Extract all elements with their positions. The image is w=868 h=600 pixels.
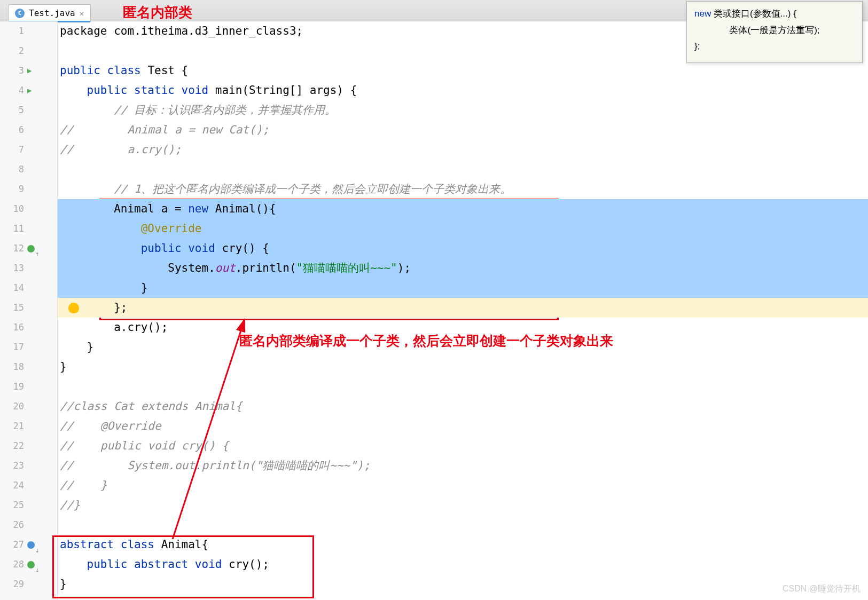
code-line[interactable]: }: [58, 574, 868, 594]
code-token: Animal a =: [60, 202, 188, 215]
code-line[interactable]: };: [58, 298, 868, 318]
gutter-line: 15: [0, 298, 57, 318]
code-line[interactable]: Animal a = new Animal(){: [58, 199, 868, 219]
code-line[interactable]: //class Cat extends Animal{: [58, 397, 868, 416]
code-token: com.itheima.d3_inner_class3;: [114, 25, 303, 37]
override-up-icon[interactable]: [27, 245, 35, 252]
code-line[interactable]: // 1、把这个匿名内部类编译成一个子类，然后会立即创建一个子类对象出来。: [58, 179, 868, 199]
code-token: abstract class: [60, 538, 161, 551]
code-line[interactable]: // }: [58, 476, 868, 495]
code-token: cry();: [229, 558, 269, 571]
code-line[interactable]: // Animal a = new Cat();: [58, 120, 868, 140]
gutter-line: 3▶: [0, 61, 57, 81]
run-icon[interactable]: ▶: [27, 81, 32, 100]
code-token: // @Override: [60, 420, 161, 432]
code-token: );: [397, 262, 411, 274]
code-token: // Animal a = new Cat();: [60, 123, 269, 136]
code-token: System.: [60, 262, 215, 274]
tooltip-line-3: };: [694, 38, 855, 55]
gutter-line: 4▶: [0, 81, 57, 100]
gutter-line: 21: [0, 416, 57, 436]
line-number: 10: [5, 199, 24, 219]
tooltip-line-1: new 类或接口(参数值...) {: [694, 6, 855, 22]
code-line[interactable]: //}: [58, 495, 868, 515]
line-number: 22: [5, 436, 24, 456]
code-line[interactable]: // a.cry();: [58, 140, 868, 160]
code-line[interactable]: [58, 515, 868, 535]
gutter-line: 1: [0, 21, 57, 41]
gutter-line: 22: [0, 436, 57, 456]
intention-bulb-icon[interactable]: [68, 303, 79, 313]
gutter-line: 28: [0, 555, 57, 574]
gutter-line: 6: [0, 120, 57, 140]
code-token: cry() {: [222, 242, 269, 255]
line-number: 23: [5, 456, 24, 476]
code-line[interactable]: @Override: [58, 219, 868, 239]
code-line[interactable]: }: [58, 357, 868, 377]
gutter-line: 7: [0, 140, 57, 160]
code-line[interactable]: }: [58, 278, 868, 298]
line-number: 11: [5, 219, 24, 239]
run-icon[interactable]: ▶: [27, 61, 32, 81]
code-line[interactable]: [58, 160, 868, 179]
code-area[interactable]: 匿名内部类编译成一个子类，然后会立即创建一个子类对象出来 package com…: [58, 21, 868, 600]
line-number: 1: [5, 21, 24, 41]
line-number: 28: [5, 555, 24, 574]
code-line[interactable]: public class Test {: [58, 61, 868, 81]
code-line[interactable]: public static void main(String[] args) {: [58, 81, 868, 100]
line-number: 6: [5, 120, 24, 140]
gutter-line: 26: [0, 515, 57, 535]
code-line[interactable]: abstract class Animal{: [58, 535, 868, 555]
line-number: 24: [5, 476, 24, 495]
editor-area: 123▶4▶5678910111213141516171819202122232…: [0, 21, 868, 600]
close-icon[interactable]: ✕: [80, 9, 84, 18]
code-token: package: [60, 25, 114, 37]
override-down-icon[interactable]: [27, 541, 35, 549]
code-line[interactable]: // @Override: [58, 416, 868, 436]
code-token: // a.cry();: [60, 143, 182, 156]
gutter-icons: [24, 561, 53, 569]
code-line[interactable]: System.out.println("猫喵喵喵的叫~~~");: [58, 258, 868, 278]
line-number: 14: [5, 278, 24, 298]
code-line[interactable]: public abstract void cry();: [58, 555, 868, 574]
code-line[interactable]: a.cry();: [58, 318, 868, 337]
line-number: 19: [5, 377, 24, 397]
code-token: [60, 183, 114, 195]
gutter-line: 13: [0, 258, 57, 278]
tab-filename: Test.java: [29, 8, 75, 18]
line-number: 17: [5, 337, 24, 357]
code-line[interactable]: public void cry() {: [58, 239, 868, 258]
line-number: 12: [5, 239, 24, 258]
gutter-line: 24: [0, 476, 57, 495]
gutter-line: 10: [0, 199, 57, 219]
code-token: // 1、把这个匿名内部类编译成一个子类，然后会立即创建一个子类对象出来。: [114, 183, 511, 195]
gutter-line: 16: [0, 318, 57, 337]
gutter-line: 27: [0, 535, 57, 555]
code-token: [60, 222, 141, 235]
gutter-line: 14: [0, 278, 57, 298]
code-line[interactable]: [58, 377, 868, 397]
line-number: 25: [5, 495, 24, 515]
line-number: 18: [5, 357, 24, 377]
code-token: [60, 84, 87, 97]
gutter-line: 23: [0, 456, 57, 476]
code-token: }: [60, 341, 93, 353]
gutter-line: 5: [0, 100, 57, 120]
code-line[interactable]: // public void cry() {: [58, 436, 868, 456]
code-token: // }: [60, 479, 107, 492]
implement-down-icon[interactable]: [27, 561, 35, 569]
line-number: 2: [5, 41, 24, 61]
code-line[interactable]: }: [58, 337, 868, 357]
line-number: 4: [5, 81, 24, 100]
code-token: //class Cat extends Animal{: [60, 400, 242, 413]
file-tab[interactable]: C Test.java ✕: [8, 4, 91, 21]
code-token: [60, 558, 87, 571]
code-token: Animal(){: [215, 202, 276, 215]
code-line[interactable]: // 目标：认识匿名内部类，并掌握其作用。: [58, 100, 868, 120]
code-token: public static void: [87, 84, 215, 97]
syntax-tooltip: new 类或接口(参数值...) { 类体(一般是方法重写); };: [686, 1, 863, 63]
code-line[interactable]: // System.out.println("猫喵喵喵的叫~~~");: [58, 456, 868, 476]
gutter-line: 2: [0, 41, 57, 61]
gutter-line: 11: [0, 219, 57, 239]
line-number: 5: [5, 100, 24, 120]
